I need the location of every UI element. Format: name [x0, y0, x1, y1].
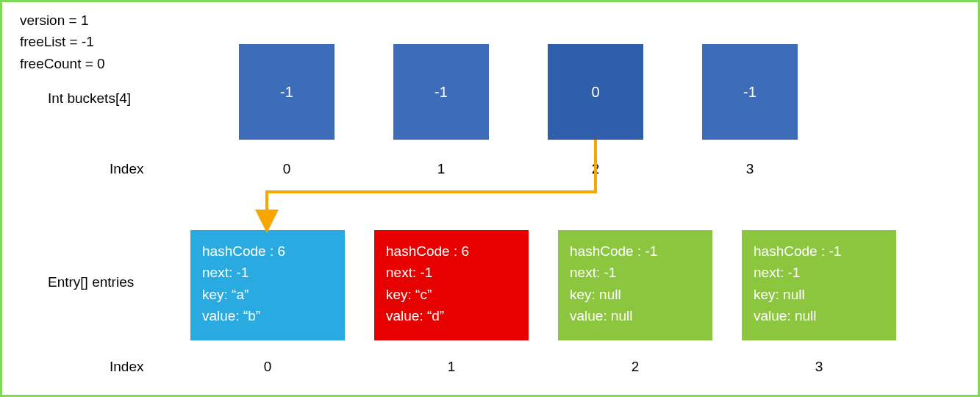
- index-label-top: Index: [110, 161, 143, 177]
- entry-hashcode: hashCode : -1: [570, 240, 702, 262]
- buckets-row: -1 -1 0 -1: [239, 44, 798, 140]
- entry-next: next: -1: [570, 262, 702, 283]
- entry-index: 3: [742, 359, 896, 375]
- entry-cell: hashCode : 6 next: -1 key: “a” value: “b…: [190, 230, 345, 340]
- entry-cell: hashCode : -1 next: -1 key: null value: …: [558, 230, 712, 340]
- entry-index-row: 0 1 2 3: [190, 359, 896, 375]
- entries-row: hashCode : 6 next: -1 key: “a” value: “b…: [190, 230, 896, 340]
- entry-next: next: -1: [386, 262, 518, 283]
- entry-next: next: -1: [754, 262, 886, 283]
- entry-key: key: null: [754, 284, 886, 305]
- version-line: version = 1: [20, 10, 105, 31]
- bucket-index: 2: [548, 161, 643, 177]
- bucket-index: 0: [239, 161, 335, 177]
- entry-hashcode: hashCode : 6: [386, 240, 518, 262]
- entry-hashcode: hashCode : -1: [754, 240, 886, 262]
- entry-value: value: null: [570, 305, 702, 326]
- entry-key: key: “a”: [202, 284, 335, 305]
- entry-index: 2: [558, 359, 712, 375]
- bucket-index: 3: [702, 161, 798, 177]
- entry-index: 1: [374, 359, 529, 375]
- entry-value: value: “b”: [202, 305, 335, 326]
- entry-key: key: null: [570, 284, 702, 305]
- freecount-line: freeCount = 0: [20, 53, 105, 74]
- entry-index: 0: [190, 359, 345, 375]
- bucket-index-row: 0 1 2 3: [239, 161, 798, 177]
- bucket-cell: -1: [239, 44, 335, 140]
- entry-cell: hashCode : -1 next: -1 key: null value: …: [742, 230, 896, 340]
- buckets-label: Int buckets[4]: [48, 90, 131, 107]
- entry-value: value: null: [754, 305, 886, 326]
- bucket-cell: 0: [548, 44, 643, 140]
- entry-key: key: “c”: [386, 284, 518, 305]
- entries-label: Entry[] entries: [48, 274, 134, 290]
- bucket-index: 1: [393, 161, 489, 177]
- meta-block: version = 1 freeList = -1 freeCount = 0: [20, 10, 105, 74]
- index-label-bottom: Index: [110, 359, 143, 375]
- entry-hashcode: hashCode : 6: [202, 240, 335, 262]
- freelist-line: freeList = -1: [20, 31, 105, 52]
- bucket-cell: -1: [393, 44, 489, 140]
- entry-cell: hashCode : 6 next: -1 key: “c” value: “d…: [374, 230, 529, 340]
- diagram-frame: version = 1 freeList = -1 freeCount = 0 …: [0, 0, 980, 397]
- entry-value: value: “d”: [386, 305, 518, 326]
- entry-next: next: -1: [202, 262, 335, 283]
- bucket-cell: -1: [702, 44, 798, 140]
